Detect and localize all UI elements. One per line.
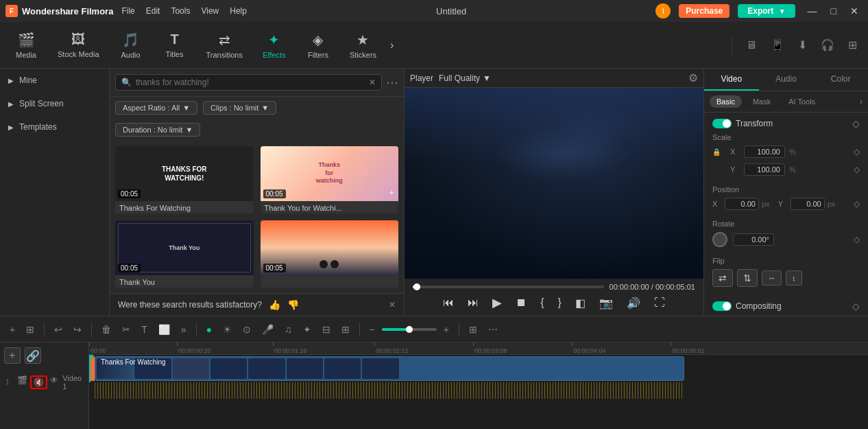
tool-stickers[interactable]: ★ Stickers [341, 27, 385, 63]
play-button[interactable]: ▶ [488, 294, 506, 312]
add-track-button[interactable]: + [4, 347, 21, 364]
tool-effects[interactable]: ✦ Effects [254, 27, 295, 63]
mark-in-button[interactable]: { [536, 295, 548, 310]
track-visible-icon[interactable]: 👁 [50, 375, 58, 389]
zoom-slider[interactable] [382, 328, 437, 331]
export-button[interactable]: Export ▼ [738, 4, 795, 18]
snapshot-button[interactable]: 📷 [595, 295, 617, 311]
tool-extra-phone[interactable]: 📱 [765, 36, 790, 54]
left-panel-templates[interactable]: ▶ Templates [0, 115, 109, 139]
compositing-keyframe-icon[interactable]: ◇ [852, 301, 860, 312]
rotate-input[interactable] [733, 233, 774, 246]
toolbar-expand-button[interactable]: › [387, 36, 396, 54]
timeline-green-btn[interactable]: ● [202, 322, 216, 337]
timeline-cut-button[interactable]: ✂ [118, 322, 134, 337]
left-panel-mine[interactable]: ▶ Mine [0, 69, 109, 92]
timeline-dots-button[interactable]: ⋯ [484, 322, 502, 337]
result-2-add-icon[interactable]: ＋ [387, 187, 396, 198]
tool-stock-media[interactable]: 🖼 Stock Media [49, 27, 108, 62]
timeline-fx-btn[interactable]: ✦ [299, 322, 315, 337]
lock-icon[interactable]: 🔒 [712, 148, 726, 156]
timeline-mosaic-btn[interactable]: ⊞ [337, 322, 354, 337]
result-card-1[interactable]: THANKS FORWATCHING! 00:05 Thanks For Wat… [115, 146, 254, 213]
satisfaction-close-button[interactable]: ✕ [389, 300, 396, 310]
result-card-2[interactable]: Thanksforwatching 00:05 ＋ Thank You for … [261, 146, 399, 213]
rotate-keyframe-icon[interactable]: ◇ [854, 235, 860, 244]
export-dropdown-icon[interactable]: ▼ [779, 8, 786, 15]
fullscreen-button[interactable]: ⛶ [650, 295, 669, 310]
timeline-grid-button[interactable]: ⊞ [465, 322, 481, 337]
flip-vertical-button[interactable]: ⇅ [737, 269, 758, 287]
quality-selector[interactable]: Full Quality ▼ [439, 73, 491, 83]
tool-extra-headphone[interactable]: 🎧 [815, 36, 840, 54]
timeline-subtitle-btn[interactable]: ⊟ [318, 322, 335, 337]
scale-y-keyframe-icon[interactable]: ◇ [854, 165, 860, 174]
tab-audio[interactable]: Audio [759, 69, 814, 91]
menu-edit[interactable]: Edit [146, 6, 160, 16]
sub-tab-basic[interactable]: Basic [710, 95, 742, 108]
timeline-undo-button[interactable]: ↩ [50, 322, 67, 337]
avatar[interactable]: I [655, 3, 671, 19]
player-settings-icon[interactable]: ⚙ [688, 71, 698, 84]
rotate-dial[interactable] [712, 232, 727, 247]
search-more-button[interactable]: ⋯ [386, 75, 398, 90]
tab-color[interactable]: Color [813, 69, 868, 91]
timeline-select-button[interactable]: ⊞ [22, 322, 38, 337]
left-panel-split-screen[interactable]: ▶ Split Screen [0, 92, 109, 115]
skip-back-button[interactable]: ⏮ [439, 295, 458, 310]
menu-view[interactable]: View [201, 6, 219, 16]
timeline-text-button[interactable]: T [137, 322, 152, 337]
tool-audio[interactable]: 🎵 Audio [110, 27, 152, 63]
search-clear-icon[interactable]: ✕ [369, 78, 376, 87]
sub-tabs-more-icon[interactable]: › [860, 97, 863, 106]
sub-tab-mask[interactable]: Mask [746, 95, 777, 108]
tool-titles[interactable]: T Titles [154, 27, 195, 62]
timeline-add-button[interactable]: + [5, 322, 19, 337]
timeline-shield-btn[interactable]: ⊙ [239, 322, 255, 337]
track-volume-icon[interactable]: 🔇 [30, 375, 47, 389]
timeline-crop-button[interactable]: ⬜ [154, 322, 174, 337]
timeline-sun-btn[interactable]: ☀ [219, 322, 236, 337]
tool-extra-grid[interactable]: ⊞ [843, 36, 863, 54]
menu-help[interactable]: Help [230, 6, 247, 16]
timeline-music-btn[interactable]: ♫ [280, 322, 296, 337]
purchase-button[interactable]: Purchase [679, 4, 730, 18]
tab-video[interactable]: Video [704, 69, 759, 91]
flip-horizontal-button[interactable]: ⇄ [712, 269, 733, 287]
timeline-mic-btn[interactable]: 🎤 [258, 322, 278, 337]
aspect-ratio-filter[interactable]: Aspect Ratio : All ▼ [115, 101, 197, 115]
step-back-button[interactable]: ⏭ [463, 295, 483, 310]
progress-bar[interactable] [413, 286, 604, 288]
link-button[interactable]: 🔗 [25, 347, 41, 364]
timeline-more-button[interactable]: » [177, 322, 191, 337]
result-card-3[interactable]: Thank You 00:05 Thank You [115, 220, 254, 288]
tool-transitions[interactable]: ⇄ Transitions [198, 27, 251, 63]
video-clip[interactable]: Thanks For Watching Click to [95, 356, 684, 381]
search-input[interactable] [136, 78, 365, 87]
position-keyframe-icon[interactable]: ◇ [854, 199, 860, 209]
thumbs-down-button[interactable]: 👎 [287, 299, 299, 310]
scale-y-input[interactable] [744, 163, 785, 176]
pos-x-input[interactable] [725, 198, 759, 210]
flip-btn-4[interactable]: ↕ [786, 270, 802, 286]
timeline-redo-button[interactable]: ↪ [69, 322, 86, 337]
mark-out-button[interactable]: } [554, 295, 566, 310]
maximize-button[interactable]: □ [827, 5, 841, 16]
tool-media[interactable]: 🎬 Media [5, 27, 47, 63]
minimize-button[interactable]: — [804, 5, 821, 16]
scale-x-input[interactable] [744, 146, 785, 158]
tool-extra-download[interactable]: ⬇ [793, 36, 812, 54]
thumbs-up-button[interactable]: 👍 [269, 299, 280, 310]
menu-file[interactable]: File [121, 6, 134, 16]
volume-button[interactable]: 🔊 [623, 295, 644, 311]
pos-y-input[interactable] [791, 198, 825, 210]
stop-button[interactable]: ⏹ [511, 295, 531, 310]
sub-tab-ai-tools[interactable]: AI Tools [782, 95, 822, 108]
menu-tools[interactable]: Tools [171, 6, 190, 16]
transform-keyframe-icon[interactable]: ◇ [852, 118, 860, 129]
result-card-4[interactable]: 00:05 [261, 220, 399, 288]
tool-extra-monitor[interactable]: 🖥 [740, 36, 762, 54]
zoom-in-button[interactable]: + [439, 322, 453, 337]
scale-x-keyframe-icon[interactable]: ◇ [854, 147, 860, 156]
clips-filter[interactable]: Clips : No limit ▼ [203, 101, 276, 115]
